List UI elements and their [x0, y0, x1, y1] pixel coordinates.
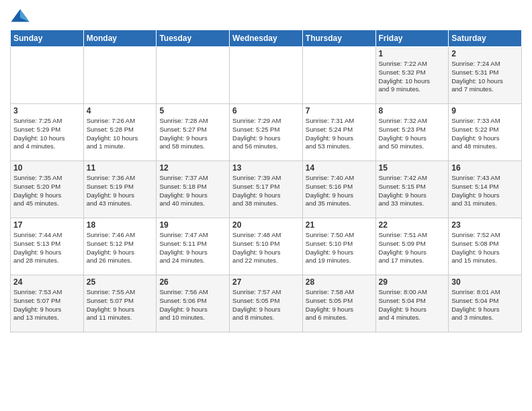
day-number: 17	[13, 220, 81, 230]
calendar-week: 17Sunrise: 7:44 AM Sunset: 5:13 PM Dayli…	[11, 218, 522, 275]
calendar-cell: 18Sunrise: 7:46 AM Sunset: 5:12 PM Dayli…	[83, 218, 157, 275]
calendar-cell	[11, 47, 84, 104]
weekday-header: Thursday	[302, 30, 375, 47]
calendar-cell: 17Sunrise: 7:44 AM Sunset: 5:13 PM Dayli…	[11, 218, 84, 275]
calendar-cell: 19Sunrise: 7:47 AM Sunset: 5:11 PM Dayli…	[157, 218, 230, 275]
calendar-cell	[83, 47, 157, 104]
day-number: 8	[379, 106, 446, 116]
day-info: Sunrise: 7:39 AM Sunset: 5:17 PM Dayligh…	[232, 174, 300, 208]
calendar-cell: 22Sunrise: 7:51 AM Sunset: 5:09 PM Dayli…	[375, 218, 449, 275]
header-row: SundayMondayTuesdayWednesdayThursdayFrid…	[11, 30, 522, 47]
day-number: 19	[159, 220, 226, 230]
day-info: Sunrise: 7:35 AM Sunset: 5:20 PM Dayligh…	[13, 174, 81, 208]
weekday-header: Saturday	[449, 30, 522, 47]
calendar-cell	[230, 47, 303, 104]
calendar-week: 1Sunrise: 7:22 AM Sunset: 5:32 PM Daylig…	[11, 47, 522, 104]
calendar-cell: 25Sunrise: 7:55 AM Sunset: 5:07 PM Dayli…	[83, 275, 157, 332]
day-number: 18	[87, 220, 154, 230]
calendar-cell: 9Sunrise: 7:33 AM Sunset: 5:22 PM Daylig…	[449, 104, 522, 161]
calendar-cell: 2Sunrise: 7:24 AM Sunset: 5:31 PM Daylig…	[449, 47, 522, 104]
calendar-cell: 4Sunrise: 7:26 AM Sunset: 5:28 PM Daylig…	[83, 104, 157, 161]
calendar-cell: 6Sunrise: 7:29 AM Sunset: 5:25 PM Daylig…	[230, 104, 303, 161]
calendar-table: SundayMondayTuesdayWednesdayThursdayFrid…	[10, 30, 522, 332]
day-number: 3	[13, 106, 81, 116]
day-number: 1	[379, 49, 446, 58]
day-number: 30	[451, 277, 519, 287]
day-number: 24	[13, 277, 81, 287]
calendar-cell: 16Sunrise: 7:43 AM Sunset: 5:14 PM Dayli…	[449, 161, 522, 218]
day-info: Sunrise: 7:56 AM Sunset: 5:06 PM Dayligh…	[159, 288, 226, 322]
day-number: 2	[451, 49, 519, 58]
calendar-cell: 7Sunrise: 7:31 AM Sunset: 5:24 PM Daylig…	[302, 104, 375, 161]
calendar-cell: 15Sunrise: 7:42 AM Sunset: 5:15 PM Dayli…	[375, 161, 449, 218]
calendar-cell: 29Sunrise: 8:00 AM Sunset: 5:04 PM Dayli…	[375, 275, 449, 332]
calendar-cell: 21Sunrise: 7:50 AM Sunset: 5:10 PM Dayli…	[302, 218, 375, 275]
calendar-cell: 8Sunrise: 7:32 AM Sunset: 5:23 PM Daylig…	[375, 104, 449, 161]
calendar-cell	[302, 47, 375, 104]
day-number: 28	[306, 277, 373, 287]
day-number: 14	[306, 163, 373, 173]
calendar-cell: 28Sunrise: 7:58 AM Sunset: 5:05 PM Dayli…	[302, 275, 375, 332]
day-info: Sunrise: 7:50 AM Sunset: 5:10 PM Dayligh…	[306, 231, 373, 265]
day-info: Sunrise: 7:48 AM Sunset: 5:10 PM Dayligh…	[232, 231, 300, 265]
day-info: Sunrise: 7:25 AM Sunset: 5:29 PM Dayligh…	[13, 117, 81, 151]
weekday-header: Sunday	[11, 30, 84, 47]
day-number: 21	[306, 220, 373, 230]
weekday-header: Friday	[375, 30, 449, 47]
day-number: 15	[379, 163, 446, 173]
day-number: 13	[232, 163, 300, 173]
calendar-cell: 20Sunrise: 7:48 AM Sunset: 5:10 PM Dayli…	[230, 218, 303, 275]
logo	[10, 7, 33, 27]
day-number: 27	[232, 277, 300, 287]
day-info: Sunrise: 8:00 AM Sunset: 5:04 PM Dayligh…	[379, 288, 446, 322]
day-info: Sunrise: 7:57 AM Sunset: 5:05 PM Dayligh…	[232, 288, 300, 322]
day-number: 20	[232, 220, 300, 230]
day-number: 12	[159, 163, 226, 173]
day-number: 6	[232, 106, 300, 116]
day-info: Sunrise: 7:31 AM Sunset: 5:24 PM Dayligh…	[306, 117, 373, 151]
day-number: 29	[379, 277, 446, 287]
day-info: Sunrise: 7:40 AM Sunset: 5:16 PM Dayligh…	[306, 174, 373, 208]
day-number: 11	[87, 163, 154, 173]
calendar-week: 10Sunrise: 7:35 AM Sunset: 5:20 PM Dayli…	[11, 161, 522, 218]
day-number: 5	[159, 106, 226, 116]
day-info: Sunrise: 7:22 AM Sunset: 5:32 PM Dayligh…	[379, 60, 446, 94]
calendar-week: 24Sunrise: 7:53 AM Sunset: 5:07 PM Dayli…	[11, 275, 522, 332]
weekday-header: Wednesday	[230, 30, 303, 47]
day-info: Sunrise: 7:42 AM Sunset: 5:15 PM Dayligh…	[379, 174, 446, 208]
logo-icon	[10, 7, 30, 27]
calendar-cell: 24Sunrise: 7:53 AM Sunset: 5:07 PM Dayli…	[11, 275, 84, 332]
calendar-cell: 12Sunrise: 7:37 AM Sunset: 5:18 PM Dayli…	[157, 161, 230, 218]
day-number: 22	[379, 220, 446, 230]
day-number: 23	[451, 220, 519, 230]
day-info: Sunrise: 7:33 AM Sunset: 5:22 PM Dayligh…	[451, 117, 519, 151]
day-info: Sunrise: 7:24 AM Sunset: 5:31 PM Dayligh…	[451, 60, 519, 94]
day-info: Sunrise: 7:55 AM Sunset: 5:07 PM Dayligh…	[87, 288, 154, 322]
calendar-cell: 1Sunrise: 7:22 AM Sunset: 5:32 PM Daylig…	[375, 47, 449, 104]
day-info: Sunrise: 7:26 AM Sunset: 5:28 PM Dayligh…	[87, 117, 154, 151]
day-info: Sunrise: 7:29 AM Sunset: 5:25 PM Dayligh…	[232, 117, 300, 151]
day-info: Sunrise: 7:51 AM Sunset: 5:09 PM Dayligh…	[379, 231, 446, 265]
day-info: Sunrise: 7:36 AM Sunset: 5:19 PM Dayligh…	[87, 174, 154, 208]
calendar-cell: 5Sunrise: 7:28 AM Sunset: 5:27 PM Daylig…	[157, 104, 230, 161]
calendar-cell: 3Sunrise: 7:25 AM Sunset: 5:29 PM Daylig…	[11, 104, 84, 161]
day-info: Sunrise: 7:37 AM Sunset: 5:18 PM Dayligh…	[159, 174, 226, 208]
day-number: 16	[451, 163, 519, 173]
day-info: Sunrise: 7:47 AM Sunset: 5:11 PM Dayligh…	[159, 231, 226, 265]
day-info: Sunrise: 7:58 AM Sunset: 5:05 PM Dayligh…	[306, 288, 373, 322]
calendar-cell: 13Sunrise: 7:39 AM Sunset: 5:17 PM Dayli…	[230, 161, 303, 218]
day-number: 10	[13, 163, 81, 173]
day-info: Sunrise: 7:32 AM Sunset: 5:23 PM Dayligh…	[379, 117, 446, 151]
day-number: 25	[87, 277, 154, 287]
weekday-header: Tuesday	[157, 30, 230, 47]
calendar-cell: 26Sunrise: 7:56 AM Sunset: 5:06 PM Dayli…	[157, 275, 230, 332]
calendar-container: SundayMondayTuesdayWednesdayThursdayFrid…	[0, 0, 532, 336]
day-info: Sunrise: 7:44 AM Sunset: 5:13 PM Dayligh…	[13, 231, 81, 265]
calendar-cell: 10Sunrise: 7:35 AM Sunset: 5:20 PM Dayli…	[11, 161, 84, 218]
day-number: 4	[87, 106, 154, 116]
day-number: 26	[159, 277, 226, 287]
calendar-cell: 23Sunrise: 7:52 AM Sunset: 5:08 PM Dayli…	[449, 218, 522, 275]
calendar-cell: 27Sunrise: 7:57 AM Sunset: 5:05 PM Dayli…	[230, 275, 303, 332]
calendar-cell: 30Sunrise: 8:01 AM Sunset: 5:04 PM Dayli…	[449, 275, 522, 332]
header	[10, 7, 522, 27]
